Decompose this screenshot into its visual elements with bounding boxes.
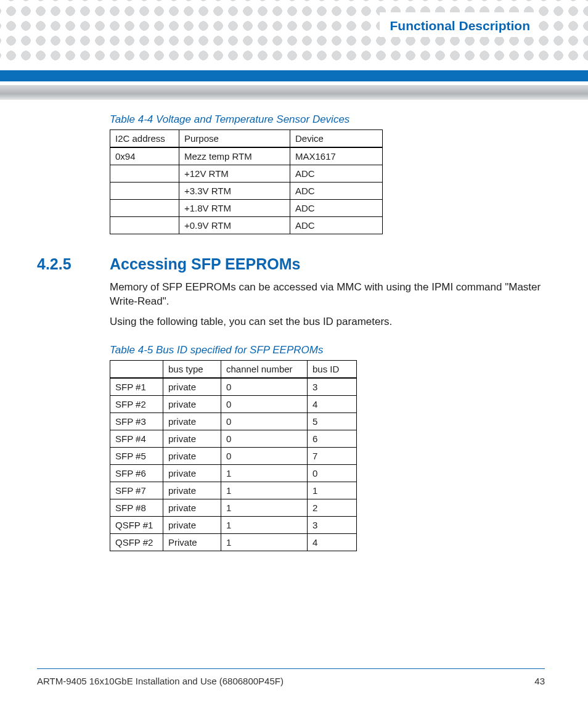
col-purpose: Purpose — [179, 130, 290, 148]
section-title: Accessing SFP EEPROMs — [110, 255, 300, 273]
table-row: SFP #2private04 — [110, 395, 357, 413]
table-4-5-caption: Table 4-5 Bus ID specified for SFP EEPRO… — [110, 344, 545, 356]
table-4-4: I2C address Purpose Device 0x94Mezz temp… — [110, 129, 383, 234]
table-4-4-caption: Table 4-4 Voltage and Temperature Sensor… — [110, 113, 545, 126]
footer-doc-title: ARTM-9405 16x10GbE Installation and Use … — [37, 676, 284, 686]
section-paragraph: Memory of SFP EEPROMs can be accessed vi… — [110, 281, 541, 309]
table-header-row: I2C address Purpose Device — [110, 130, 383, 148]
chapter-title: Functional Description — [380, 12, 537, 37]
col-blank — [110, 360, 163, 378]
table-row: SFP #8private12 — [110, 499, 357, 516]
table-row: +3.3V RTMADC — [110, 183, 383, 200]
table-4-5: bus type channel number bus ID SFP #1pri… — [110, 360, 357, 551]
table-row: 0x94Mezz temp RTMMAX1617 — [110, 147, 383, 165]
footer-rule — [37, 668, 545, 669]
table-row: +1.8V RTMADC — [110, 200, 383, 217]
col-bus-type: bus type — [163, 360, 221, 378]
col-bus-id: bus ID — [308, 360, 357, 378]
section-paragraph: Using the following table, you can set t… — [110, 315, 541, 329]
header-blue-bar — [0, 70, 588, 81]
col-device: Device — [290, 130, 383, 148]
table-row: SFP #6private10 — [110, 464, 357, 482]
table-row: SFP #3private05 — [110, 413, 357, 430]
page-content: Table 4-4 Voltage and Temperature Sensor… — [37, 113, 545, 551]
header-grey-bar — [0, 85, 588, 100]
table-row: +0.9V RTMADC — [110, 217, 383, 234]
table-row: SFP #7private11 — [110, 482, 357, 499]
table-row: QSFP #1private13 — [110, 516, 357, 533]
table-row: QSFP #2Private14 — [110, 533, 357, 551]
table-row: SFP #1private03 — [110, 378, 357, 396]
col-channel-number: channel number — [221, 360, 308, 378]
section-number: 4.2.5 — [37, 255, 110, 273]
table-header-row: bus type channel number bus ID — [110, 360, 357, 378]
section-heading: 4.2.5 Accessing SFP EEPROMs — [37, 255, 545, 273]
table-row: +12V RTMADC — [110, 165, 383, 183]
col-i2c-address: I2C address — [110, 130, 179, 148]
table-row: SFP #5private07 — [110, 447, 357, 464]
table-row: SFP #4private06 — [110, 430, 357, 447]
footer-page-number: 43 — [534, 676, 545, 686]
